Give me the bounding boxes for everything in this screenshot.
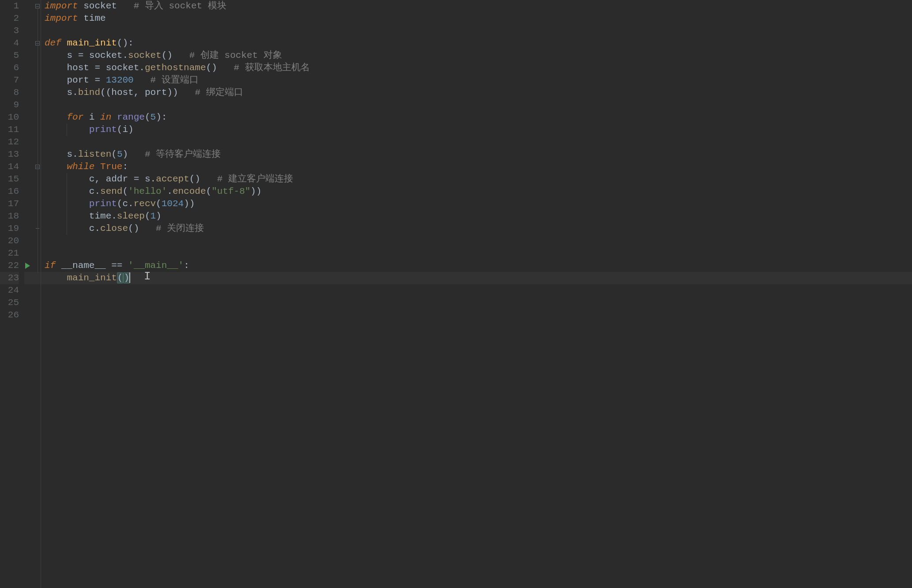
function-name: main_init [67, 38, 117, 48]
code-line[interactable] [45, 247, 912, 260]
code-line[interactable] [45, 136, 912, 148]
code-line[interactable]: c.send('hello'.encode("utf-8")) [45, 185, 912, 198]
text-caret [129, 272, 130, 283]
comment: # 设置端口 [151, 75, 199, 85]
code-line[interactable] [45, 235, 912, 247]
code-line[interactable]: def main_init(): [45, 37, 912, 49]
line-number: 2 [0, 12, 19, 25]
code-line[interactable]: s = socket.socket() # 创建 socket 对象 [45, 49, 912, 62]
line-number: 25 [0, 297, 19, 309]
line-number: 6 [0, 62, 19, 74]
code-line[interactable]: s.listen(5) # 等待客户端连接 [45, 148, 912, 161]
comment: # 导入 socket 模块 [134, 1, 226, 11]
identifier: socket [83, 1, 117, 11]
code-line[interactable]: import time [45, 12, 912, 25]
comment: # 建立客户端连接 [217, 174, 293, 184]
number-literal: 13200 [106, 75, 134, 85]
line-number: 1 [0, 0, 19, 12]
line-number: 19 [0, 222, 19, 235]
code-line[interactable]: print(c.recv(1024)) [45, 198, 912, 210]
string-literal: "utf-8" [211, 186, 250, 196]
code-line[interactable]: s.bind((host, port)) # 绑定端口 [45, 87, 912, 99]
line-number: 17 [0, 198, 19, 210]
comment: # 关闭连接 [156, 223, 204, 234]
matched-bracket: ( [117, 272, 124, 283]
code-line[interactable]: c, addr = s.accept() # 建立客户端连接 [45, 173, 912, 185]
gutter-icon-column [24, 0, 35, 588]
line-number: 23 [0, 272, 19, 284]
code-line-current[interactable]: main_init()I [45, 272, 912, 284]
code-editor[interactable]: 1 2 3 4 5 6 7 8 9 10 11 12 13 14 15 16 1… [0, 0, 912, 588]
code-line[interactable]: print(i) [45, 124, 912, 136]
line-number: 11 [0, 124, 19, 136]
code-line[interactable]: port = 13200 # 设置端口 [45, 74, 912, 87]
string-literal: 'hello' [128, 186, 167, 196]
code-line[interactable] [45, 25, 912, 37]
line-number: 24 [0, 284, 19, 297]
code-line[interactable]: if __name__ == '__main__': [45, 260, 912, 272]
keyword: import [45, 13, 78, 23]
keyword: import [45, 1, 78, 11]
fold-column[interactable] [35, 0, 41, 588]
line-number: 12 [0, 136, 19, 148]
line-number: 7 [0, 74, 19, 87]
string-literal: '__main__' [128, 260, 184, 271]
code-line[interactable]: while True: [45, 161, 912, 173]
line-number: 16 [0, 185, 19, 198]
comment: # 绑定端口 [195, 87, 243, 98]
code-line[interactable] [45, 297, 912, 309]
line-number: 10 [0, 111, 19, 124]
code-line[interactable] [45, 284, 912, 297]
run-gutter-icon[interactable] [25, 263, 30, 269]
line-number: 20 [0, 235, 19, 247]
line-number: 15 [0, 173, 19, 185]
keyword: def [45, 38, 61, 48]
code-line[interactable] [45, 309, 912, 321]
comment: # 获取本地主机名 [234, 63, 310, 73]
keyword: if [45, 260, 56, 271]
line-number: 9 [0, 99, 19, 111]
keyword: while [67, 162, 94, 172]
keyword: for [67, 112, 83, 122]
keyword: in [100, 112, 111, 122]
mouse-text-cursor-icon: I [144, 270, 151, 283]
line-number: 13 [0, 148, 19, 161]
line-number: 3 [0, 25, 19, 37]
code-line[interactable]: import socket # 导入 socket 模块 [45, 0, 912, 12]
code-line[interactable]: time.sleep(1) [45, 210, 912, 222]
line-number: 4 [0, 37, 19, 49]
comment: # 创建 socket 对象 [189, 50, 282, 60]
code-line[interactable]: for i in range(5): [45, 111, 912, 124]
line-number: 18 [0, 210, 19, 222]
line-number-gutter[interactable]: 1 2 3 4 5 6 7 8 9 10 11 12 13 14 15 16 1… [0, 0, 24, 588]
line-number: 14 [0, 161, 19, 173]
line-number: 26 [0, 309, 19, 321]
line-number: 8 [0, 87, 19, 99]
comment: # 等待客户端连接 [145, 149, 221, 159]
matched-bracket: ) [123, 272, 130, 283]
identifier: time [83, 13, 106, 23]
code-line[interactable] [45, 99, 912, 111]
line-number: 22 [0, 260, 19, 272]
line-number: 21 [0, 247, 19, 260]
code-text-area[interactable]: import socket # 导入 socket 模块 import time… [41, 0, 912, 588]
line-number: 5 [0, 49, 19, 62]
code-line[interactable]: c.close() # 关闭连接 [45, 222, 912, 235]
code-line[interactable]: host = socket.gethostname() # 获取本地主机名 [45, 62, 912, 74]
